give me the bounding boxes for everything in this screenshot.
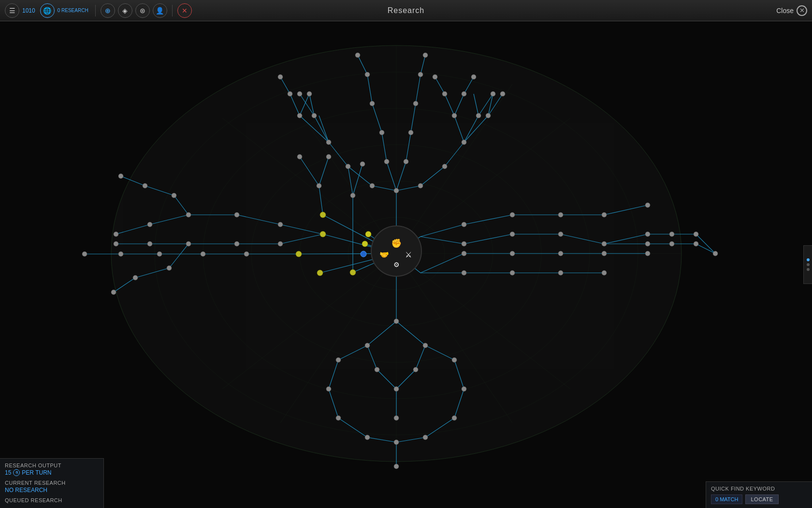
svg-point-230	[394, 387, 399, 391]
svg-point-220	[278, 75, 283, 79]
svg-point-167	[244, 252, 249, 256]
svg-text:🤝: 🤝	[379, 250, 389, 259]
svg-point-195	[370, 183, 375, 188]
svg-point-200	[370, 101, 375, 106]
svg-point-198	[462, 140, 466, 145]
svg-point-229	[462, 387, 466, 391]
svg-point-240	[320, 212, 326, 218]
svg-point-196	[379, 130, 384, 135]
svg-point-181	[172, 193, 176, 198]
svg-point-163	[278, 222, 283, 227]
nav-icon-4[interactable]: 👤	[153, 3, 167, 18]
svg-point-217	[423, 53, 428, 58]
current-research-label: CURRENT RESEARCH	[5, 480, 99, 486]
svg-point-143	[510, 212, 515, 217]
scroll-dot-active	[807, 258, 810, 261]
svg-point-192	[384, 159, 389, 164]
planet-icon[interactable]: 🌐	[40, 3, 55, 18]
svg-point-147	[558, 212, 563, 217]
stat-value: 1010	[22, 7, 35, 14]
svg-point-173	[147, 241, 152, 246]
quick-find-panel: QUICK FIND KEYWORD 0 MATCH LOCATE	[706, 481, 812, 508]
menu-icon[interactable]: ☰	[5, 3, 19, 18]
svg-point-237	[394, 464, 399, 469]
svg-point-193	[404, 159, 408, 164]
svg-point-218	[433, 75, 437, 79]
svg-point-197	[408, 130, 413, 135]
close-button[interactable]: Close ✕	[776, 5, 807, 16]
svg-point-138	[462, 241, 466, 246]
nav-icon-1[interactable]: ⊕	[101, 3, 115, 18]
svg-point-199	[326, 140, 331, 145]
svg-point-243	[362, 241, 368, 247]
research-icon: ⚗	[13, 469, 20, 476]
svg-point-150	[602, 241, 607, 246]
svg-point-190	[346, 164, 350, 169]
svg-point-185	[350, 193, 355, 198]
svg-point-165	[234, 212, 239, 217]
svg-point-206	[312, 113, 317, 118]
svg-point-239	[296, 251, 302, 257]
nav-icon-2[interactable]: ◈	[118, 3, 132, 18]
svg-point-174	[118, 252, 123, 256]
svg-point-155	[645, 241, 650, 246]
svg-point-208	[418, 72, 423, 77]
svg-point-191	[360, 162, 365, 166]
svg-point-168	[201, 252, 205, 256]
scroll-dot-2	[807, 268, 810, 271]
nav-icon-3[interactable]: ⊛	[135, 3, 150, 18]
svg-point-141	[462, 251, 466, 256]
svg-point-169	[186, 212, 191, 217]
output-value: 15 ⚗ PER TURN	[5, 469, 99, 476]
svg-point-162	[713, 251, 718, 256]
svg-point-142	[510, 232, 515, 237]
main-area: ✊ 🤝 ⚔ ⚙ RESEARCH OUTPUT 15 ⚗ PER TURN CU…	[0, 21, 812, 508]
svg-text:⚔: ⚔	[405, 251, 412, 259]
svg-point-152	[602, 251, 607, 256]
locate-button[interactable]: LOCATE	[745, 494, 778, 504]
svg-point-228	[326, 387, 331, 391]
research-tree[interactable]: ✊ 🤝 ⚔ ⚙	[0, 21, 812, 508]
svg-point-201	[413, 101, 418, 106]
current-research-value: NO RESEARCH	[5, 487, 99, 493]
svg-point-160	[694, 232, 698, 237]
svg-point-232	[452, 416, 457, 420]
svg-point-244	[365, 231, 371, 237]
svg-point-214	[297, 91, 302, 96]
svg-point-146	[558, 232, 563, 237]
svg-point-159	[669, 241, 674, 246]
svg-point-186	[394, 188, 399, 193]
svg-point-148	[558, 251, 563, 256]
svg-point-153	[602, 270, 607, 275]
svg-point-226	[375, 367, 379, 372]
svg-point-222	[365, 343, 370, 348]
svg-point-187	[418, 183, 423, 188]
svg-point-213	[288, 91, 292, 96]
svg-point-210	[462, 91, 466, 96]
svg-point-209	[442, 91, 447, 96]
svg-point-223	[423, 343, 428, 348]
svg-point-177	[82, 252, 87, 256]
svg-point-234	[365, 435, 370, 440]
svg-point-178	[167, 266, 172, 270]
topbar: ☰ 1010 🌐 0 RESEARCH ⊕ ◈ ⊛ 👤 ✕ Research C…	[0, 0, 812, 21]
svg-point-247	[371, 226, 421, 276]
close-circle-icon[interactable]: ✕	[797, 5, 807, 16]
svg-point-236	[394, 440, 399, 445]
svg-point-180	[111, 290, 116, 295]
svg-point-235	[423, 435, 428, 440]
research-info-panel: RESEARCH OUTPUT 15 ⚗ PER TURN CURRENT RE…	[0, 458, 104, 508]
svg-point-161	[694, 241, 698, 246]
svg-point-184	[317, 183, 321, 188]
quick-find-title: QUICK FIND KEYWORD	[711, 486, 807, 492]
svg-point-224	[336, 358, 341, 362]
svg-point-175	[114, 232, 118, 237]
svg-point-203	[452, 113, 457, 118]
svg-point-205	[297, 113, 302, 118]
svg-point-238	[320, 231, 326, 237]
scroll-dot-1	[807, 263, 810, 266]
close-icon-top[interactable]: ✕	[177, 3, 192, 18]
svg-point-170	[186, 241, 191, 246]
svg-point-149	[558, 270, 563, 275]
svg-text:✊: ✊	[391, 238, 402, 249]
